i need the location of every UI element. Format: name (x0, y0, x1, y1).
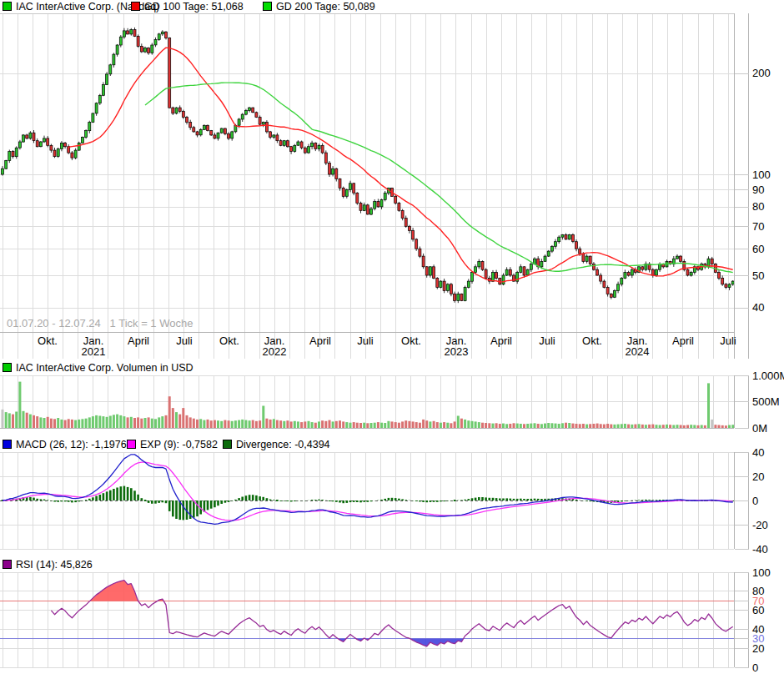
legend-main: IAC InterActive Corp. (Nasdaq) GD 100 Ta… (0, 1, 784, 13)
macd-label: MACD (26, 12): -1,1976 (16, 439, 127, 450)
legend-item-macd: MACD (26, 12): -1,1976 (3, 439, 127, 450)
legend-rsi: RSI (14): 45,826 (0, 559, 784, 571)
gd200-label: GD 200 Tage: 50,089 (276, 1, 375, 13)
exp-swatch (127, 440, 136, 449)
divergence-swatch (223, 440, 232, 449)
charts-canvas (0, 0, 784, 679)
legend-item-gd100: GD 100 Tage: 51,068 (131, 1, 244, 13)
legend-item-rsi: RSI (14): 45,826 (3, 559, 93, 571)
exp-label: EXP (9): -0,7582 (140, 439, 218, 450)
stock-chart-window: 2001009080706050401.000M500M0M40200-20-4… (0, 0, 784, 679)
legend-item-exp: EXP (9): -0,7582 (127, 439, 218, 450)
legend-item-divergence: Divergence: -0,4394 (223, 439, 330, 450)
divergence-label: Divergence: -0,4394 (236, 439, 330, 450)
legend-item-gd200: GD 200 Tage: 50,089 (263, 1, 375, 13)
rsi-label: RSI (14): 45,826 (16, 559, 93, 571)
period-footnote: 01.07.20 - 12.07.24 1 Tick = 1 Woche (7, 317, 193, 329)
rsi-swatch (3, 560, 12, 569)
price-series-swatch (3, 2, 12, 11)
gd100-swatch (131, 2, 140, 11)
legend-item-volume: IAC InterActive Corp. Volumen in USD (3, 362, 193, 374)
volume-series-swatch (3, 363, 12, 372)
gd200-swatch (263, 2, 272, 11)
macd-swatch (3, 440, 12, 449)
gd100-label: GD 100 Tage: 51,068 (144, 1, 244, 13)
legend-macd: MACD (26, 12): -1,1976 EXP (9): -0,7582 … (0, 439, 784, 450)
volume-series-label: IAC InterActive Corp. Volumen in USD (16, 362, 193, 374)
legend-volume: IAC InterActive Corp. Volumen in USD (0, 362, 784, 374)
